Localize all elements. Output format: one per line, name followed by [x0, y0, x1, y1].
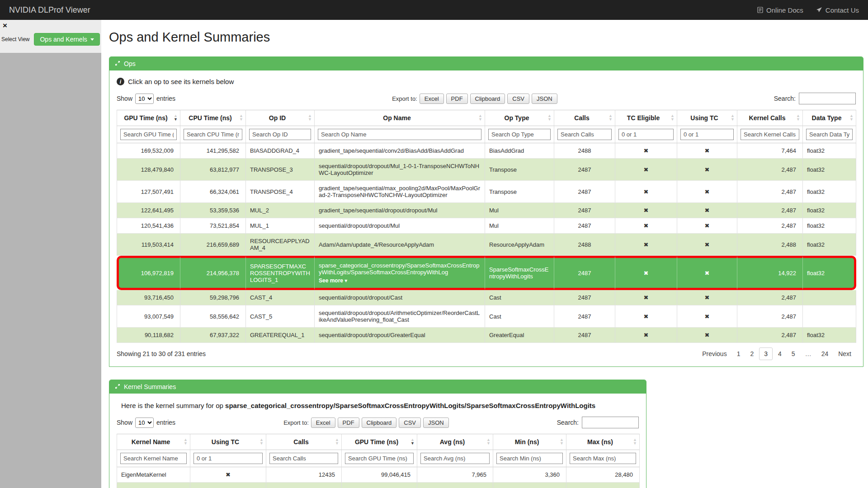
filter-calls-input[interactable] [557, 129, 612, 140]
filter-using-tc-input[interactable] [193, 453, 263, 464]
table-row[interactable]: 122,641,49553,359,536MUL_2gradient_tape/… [117, 203, 856, 218]
export-csv-button[interactable]: CSV [399, 418, 421, 428]
previous-page-button[interactable]: Previous [698, 348, 731, 360]
page-button-1[interactable]: 1 [732, 348, 745, 360]
cell-cpu-time: 73,521,854 [180, 218, 246, 234]
cell-tc-eligible: ✖ [615, 290, 677, 305]
col-tc-eligible[interactable]: TC Eligible▲▼ [615, 110, 677, 126]
col-using-tc[interactable]: Using TC▲▼ [677, 110, 737, 126]
contact-us-link[interactable]: Contact Us [816, 6, 859, 14]
see-more-link[interactable]: See more ▾ [319, 277, 481, 284]
cell-gpu-time: 106,972,819 [117, 256, 180, 290]
filter-tc-eligible-input[interactable] [618, 129, 674, 140]
filter-calls-input[interactable] [269, 453, 338, 464]
cell-data-type: float32 [803, 203, 856, 218]
table-row[interactable]: 128,479,84063,812,977TRANSPOSE_3sequenti… [117, 159, 856, 181]
table-row[interactable]: 93,716,45059,298,796CAST_4sequential/dro… [117, 290, 856, 305]
filter-kernel-name-input[interactable] [120, 453, 187, 464]
table-row[interactable]: 127,507,49166,324,061TRANSPOSE_4gradient… [117, 181, 856, 203]
table-row[interactable]: 93,007,54958,556,642CAST_5sequential/dro… [117, 305, 856, 328]
filter-op-id-input[interactable] [249, 129, 311, 140]
sort-icon: ▲▼ [609, 114, 613, 122]
filter-gpu-time-input[interactable] [120, 129, 177, 140]
filter-max-input[interactable] [570, 453, 636, 464]
page-button-24[interactable]: 24 [817, 348, 833, 360]
filter-kernel-calls-input[interactable] [741, 129, 799, 140]
sort-icon: ▲▼ [174, 114, 178, 122]
filter-min-input[interactable] [496, 453, 563, 464]
filter-data-type-input[interactable] [806, 129, 853, 140]
col-gpu-time[interactable]: GPU Time (ns)▲▼ [117, 110, 180, 126]
filter-op-type-input[interactable] [488, 129, 551, 140]
export-pdf-button[interactable]: PDF [338, 418, 359, 428]
cell-cpu-time: 214,956,378 [180, 256, 246, 290]
col-using-tc[interactable]: Using TC▲▼ [190, 434, 266, 450]
cell-using-tc: ✖ [677, 328, 737, 343]
table-row[interactable]: 119,503,414216,659,689RESOURCEAPPLYADAM_… [117, 234, 856, 256]
cell-using-tc: ✖ [677, 234, 737, 256]
export-csv-button[interactable]: CSV [507, 94, 529, 104]
export-json-button[interactable]: JSON [532, 94, 557, 104]
export-clipboard-button[interactable]: Clipboard [362, 418, 397, 428]
view-select-button[interactable]: Ops and Kernels [34, 33, 99, 46]
ops-search-input[interactable] [799, 93, 856, 104]
col-gpu-time[interactable]: GPU Time (ns)▲▼ [342, 434, 417, 450]
col-kernel-name[interactable]: Kernel Name▲▼ [117, 434, 190, 450]
cell-op-id: MUL_1 [246, 218, 315, 234]
top-navbar: NVIDIA DLProf Viewer Online Docs Contact… [0, 0, 868, 20]
cell-gpu-time: 119,503,414 [117, 234, 180, 256]
page-length-select[interactable]: 10 [135, 94, 154, 104]
col-data-type[interactable]: Data Type▲▼ [803, 110, 856, 126]
page-button-2[interactable]: 2 [745, 348, 758, 360]
close-icon[interactable]: × [1, 21, 9, 30]
cell-avg: 3,187 [417, 483, 493, 488]
page-button-3-current[interactable]: 3 [759, 347, 773, 360]
cell-data-type: float32 [803, 256, 856, 290]
col-op-type[interactable]: Op Type▲▼ [485, 110, 554, 126]
next-page-button[interactable]: Next [834, 348, 856, 360]
filter-avg-input[interactable] [420, 453, 490, 464]
cell-kernel-calls: 2,487 [737, 203, 803, 218]
col-op-id[interactable]: Op ID▲▼ [246, 110, 315, 126]
ops-panel-header: Ops [109, 57, 863, 70]
filter-using-tc-input[interactable] [680, 129, 734, 140]
cell-using-tc: ✖ [677, 159, 737, 181]
export-excel-button[interactable]: Excel [311, 418, 335, 428]
page-length-select[interactable]: 10 [135, 418, 154, 428]
selected-table-row[interactable]: 106,972,819214,956,378SPARSESOFTMAXCROSS… [117, 256, 856, 290]
export-json-button[interactable]: JSON [423, 418, 449, 428]
col-op-name[interactable]: Op Name▲▼ [315, 110, 485, 126]
col-calls[interactable]: Calls▲▼ [554, 110, 615, 126]
cell-using-tc: ✖ [677, 203, 737, 218]
cell-using-tc: ✖ [677, 305, 737, 328]
col-kernel-calls[interactable]: Kernel Calls▲▼ [737, 110, 803, 126]
page-button-4[interactable]: 4 [774, 348, 786, 360]
arrows-expand-icon [115, 60, 120, 67]
page-button-5[interactable]: 5 [787, 348, 800, 360]
filter-op-name-input[interactable] [318, 129, 481, 140]
col-cpu-time[interactable]: CPU Time (ns)▲▼ [180, 110, 246, 126]
export-pdf-button[interactable]: PDF [446, 94, 468, 104]
col-calls[interactable]: Calls▲▼ [266, 434, 342, 450]
cell-using-tc: ✖ [190, 483, 266, 488]
col-min[interactable]: Min (ns)▲▼ [493, 434, 566, 450]
cell-tc-eligible: ✖ [615, 218, 677, 234]
online-docs-link[interactable]: Online Docs [757, 6, 803, 14]
table-row[interactable]: 169,532,009141,295,582BIASADDGRAD_4gradi… [117, 143, 856, 159]
cell-op-type: BiasAddGrad [485, 143, 554, 159]
export-clipboard-button[interactable]: Clipboard [470, 94, 505, 104]
table-row[interactable]: 90,118,68267,937,322GREATEREQUAL_1sequen… [117, 328, 856, 343]
cell-kernel-calls: 2,487 [737, 181, 803, 203]
filter-gpu-time-input[interactable] [345, 453, 414, 464]
export-excel-button[interactable]: Excel [420, 94, 444, 104]
col-avg[interactable]: Avg (ns)▲▼ [417, 434, 493, 450]
cell-op-id: CAST_5 [246, 305, 315, 328]
cell-kernel-calls: 2,487 [737, 290, 803, 305]
col-max[interactable]: Max (ns)▲▼ [566, 434, 640, 450]
table-row[interactable]: 120,541,43673,521,854MUL_1sequential/dro… [117, 218, 856, 234]
cell-kernel-calls: 2,487 [737, 159, 803, 181]
filter-cpu-time-input[interactable] [184, 129, 242, 140]
cell-op-type: ResourceApplyAdam [485, 234, 554, 256]
cell-cpu-time: 59,298,796 [180, 290, 246, 305]
kernel-search-input[interactable] [582, 417, 639, 428]
